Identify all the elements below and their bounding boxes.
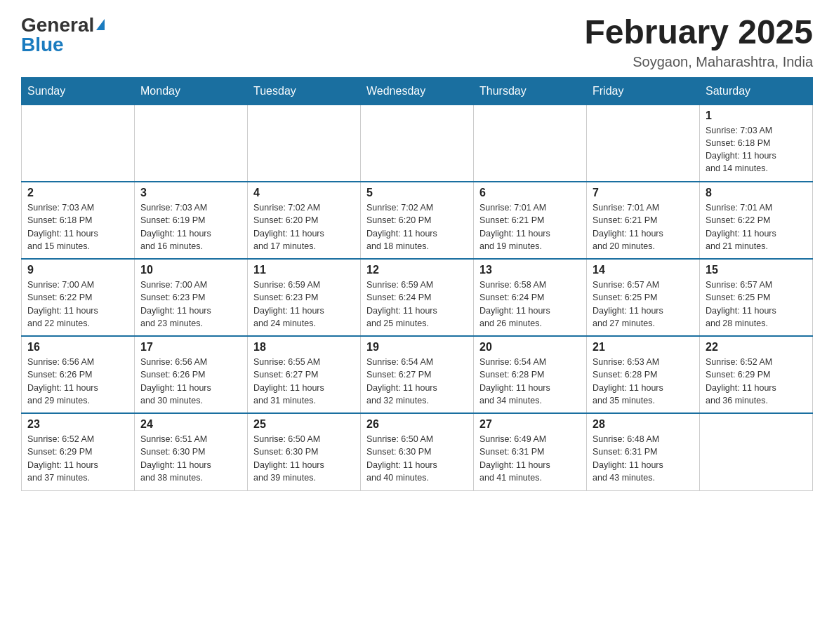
calendar-day-cell: 5Sunrise: 7:02 AM Sunset: 6:20 PM Daylig… [361,182,474,259]
calendar-day-cell: 2Sunrise: 7:03 AM Sunset: 6:18 PM Daylig… [22,182,135,259]
calendar-day-cell: 3Sunrise: 7:03 AM Sunset: 6:19 PM Daylig… [135,182,248,259]
day-number: 11 [253,264,355,276]
day-number: 2 [27,187,128,199]
calendar-day-cell [361,105,474,182]
day-number: 8 [706,187,807,199]
day-info: Sunrise: 6:48 AM Sunset: 6:31 PM Dayligh… [593,433,694,484]
calendar-week-row: 16Sunrise: 6:56 AM Sunset: 6:26 PM Dayli… [22,336,813,413]
day-info: Sunrise: 6:56 AM Sunset: 6:26 PM Dayligh… [140,356,241,407]
logo-blue-text: Blue [21,34,64,56]
day-info: Sunrise: 7:03 AM Sunset: 6:19 PM Dayligh… [140,201,241,253]
weekday-header: Friday [587,77,700,105]
logo: General Blue [21,14,105,56]
calendar-week-row: 9Sunrise: 7:00 AM Sunset: 6:22 PM Daylig… [22,259,813,336]
day-number: 10 [140,264,241,276]
calendar-day-cell: 4Sunrise: 7:02 AM Sunset: 6:20 PM Daylig… [248,182,361,259]
calendar-day-cell: 8Sunrise: 7:01 AM Sunset: 6:22 PM Daylig… [700,182,813,259]
calendar-day-cell: 18Sunrise: 6:55 AM Sunset: 6:27 PM Dayli… [248,336,361,413]
day-info: Sunrise: 7:03 AM Sunset: 6:18 PM Dayligh… [27,201,128,253]
calendar-day-cell: 16Sunrise: 6:56 AM Sunset: 6:26 PM Dayli… [22,336,135,413]
day-number: 1 [706,109,807,122]
day-number: 27 [479,418,581,431]
calendar-day-cell: 14Sunrise: 6:57 AM Sunset: 6:25 PM Dayli… [587,259,700,336]
day-number: 24 [140,418,241,431]
calendar-day-cell [22,105,135,182]
calendar-day-cell: 23Sunrise: 6:52 AM Sunset: 6:29 PM Dayli… [22,413,135,490]
day-number: 26 [366,418,468,431]
day-info: Sunrise: 7:01 AM Sunset: 6:21 PM Dayligh… [593,201,694,253]
day-number: 15 [706,264,807,276]
day-info: Sunrise: 6:50 AM Sunset: 6:30 PM Dayligh… [366,433,468,484]
weekday-header: Tuesday [248,77,361,105]
day-info: Sunrise: 6:49 AM Sunset: 6:31 PM Dayligh… [479,433,581,484]
day-info: Sunrise: 6:53 AM Sunset: 6:28 PM Dayligh… [593,356,694,407]
calendar-day-cell: 12Sunrise: 6:59 AM Sunset: 6:24 PM Dayli… [361,259,474,336]
calendar-day-cell [248,105,361,182]
calendar-day-cell [700,413,813,490]
day-number: 17 [140,341,241,354]
calendar-week-row: 2Sunrise: 7:03 AM Sunset: 6:18 PM Daylig… [22,182,813,259]
location-text: Soygaon, Maharashtra, India [584,54,813,70]
calendar-day-cell: 11Sunrise: 6:59 AM Sunset: 6:23 PM Dayli… [248,259,361,336]
day-number: 13 [479,264,581,276]
calendar-day-cell [135,105,248,182]
day-info: Sunrise: 6:54 AM Sunset: 6:28 PM Dayligh… [479,356,581,407]
calendar-table: SundayMondayTuesdayWednesdayThursdayFrid… [21,77,813,491]
calendar-day-cell: 24Sunrise: 6:51 AM Sunset: 6:30 PM Dayli… [135,413,248,490]
calendar-day-cell [587,105,700,182]
weekday-header: Wednesday [361,77,474,105]
day-info: Sunrise: 7:01 AM Sunset: 6:21 PM Dayligh… [479,201,581,253]
day-number: 25 [253,418,355,431]
calendar-day-cell: 22Sunrise: 6:52 AM Sunset: 6:29 PM Dayli… [700,336,813,413]
day-number: 14 [593,264,694,276]
day-number: 16 [27,341,128,354]
calendar-day-cell: 25Sunrise: 6:50 AM Sunset: 6:30 PM Dayli… [248,413,361,490]
calendar-week-row: 1Sunrise: 7:03 AM Sunset: 6:18 PM Daylig… [22,105,813,182]
day-number: 28 [593,418,694,431]
day-number: 3 [140,187,241,199]
day-info: Sunrise: 6:56 AM Sunset: 6:26 PM Dayligh… [27,356,128,407]
day-info: Sunrise: 6:51 AM Sunset: 6:30 PM Dayligh… [140,433,241,484]
day-number: 9 [27,264,128,276]
calendar-day-cell: 28Sunrise: 6:48 AM Sunset: 6:31 PM Dayli… [587,413,700,490]
weekday-header: Saturday [700,77,813,105]
day-number: 22 [706,341,807,354]
calendar-day-cell: 10Sunrise: 7:00 AM Sunset: 6:23 PM Dayli… [135,259,248,336]
day-number: 7 [593,187,694,199]
calendar-day-cell: 1Sunrise: 7:03 AM Sunset: 6:18 PM Daylig… [700,105,813,182]
day-info: Sunrise: 6:58 AM Sunset: 6:24 PM Dayligh… [479,279,581,330]
calendar-day-cell: 26Sunrise: 6:50 AM Sunset: 6:30 PM Dayli… [361,413,474,490]
day-info: Sunrise: 7:01 AM Sunset: 6:22 PM Dayligh… [706,201,807,253]
day-info: Sunrise: 6:54 AM Sunset: 6:27 PM Dayligh… [366,356,468,407]
title-section: February 2025 Soygaon, Maharashtra, Indi… [584,14,813,70]
day-info: Sunrise: 6:57 AM Sunset: 6:25 PM Dayligh… [593,279,694,330]
calendar-day-cell: 27Sunrise: 6:49 AM Sunset: 6:31 PM Dayli… [474,413,587,490]
calendar-day-cell: 21Sunrise: 6:53 AM Sunset: 6:28 PM Dayli… [587,336,700,413]
day-info: Sunrise: 6:55 AM Sunset: 6:27 PM Dayligh… [253,356,355,407]
weekday-header-row: SundayMondayTuesdayWednesdayThursdayFrid… [22,77,813,105]
calendar-day-cell: 19Sunrise: 6:54 AM Sunset: 6:27 PM Dayli… [361,336,474,413]
day-number: 23 [27,418,128,431]
day-number: 21 [593,341,694,354]
weekday-header: Sunday [22,77,135,105]
calendar-day-cell: 20Sunrise: 6:54 AM Sunset: 6:28 PM Dayli… [474,336,587,413]
day-info: Sunrise: 7:00 AM Sunset: 6:22 PM Dayligh… [27,279,128,330]
day-info: Sunrise: 6:59 AM Sunset: 6:24 PM Dayligh… [366,279,468,330]
day-number: 20 [479,341,581,354]
weekday-header: Thursday [474,77,587,105]
day-number: 5 [366,187,468,199]
calendar-day-cell: 9Sunrise: 7:00 AM Sunset: 6:22 PM Daylig… [22,259,135,336]
day-number: 6 [479,187,581,199]
weekday-header: Monday [135,77,248,105]
day-info: Sunrise: 7:03 AM Sunset: 6:18 PM Dayligh… [706,124,807,175]
day-info: Sunrise: 6:57 AM Sunset: 6:25 PM Dayligh… [706,279,807,330]
calendar-day-cell: 7Sunrise: 7:01 AM Sunset: 6:21 PM Daylig… [587,182,700,259]
calendar-day-cell: 15Sunrise: 6:57 AM Sunset: 6:25 PM Dayli… [700,259,813,336]
logo-triangle-icon [96,19,105,30]
day-info: Sunrise: 7:00 AM Sunset: 6:23 PM Dayligh… [140,279,241,330]
page-header: General Blue February 2025 Soygaon, Maha… [21,14,813,70]
day-info: Sunrise: 6:59 AM Sunset: 6:23 PM Dayligh… [253,279,355,330]
day-info: Sunrise: 6:52 AM Sunset: 6:29 PM Dayligh… [27,433,128,484]
day-number: 12 [366,264,468,276]
calendar-day-cell [474,105,587,182]
